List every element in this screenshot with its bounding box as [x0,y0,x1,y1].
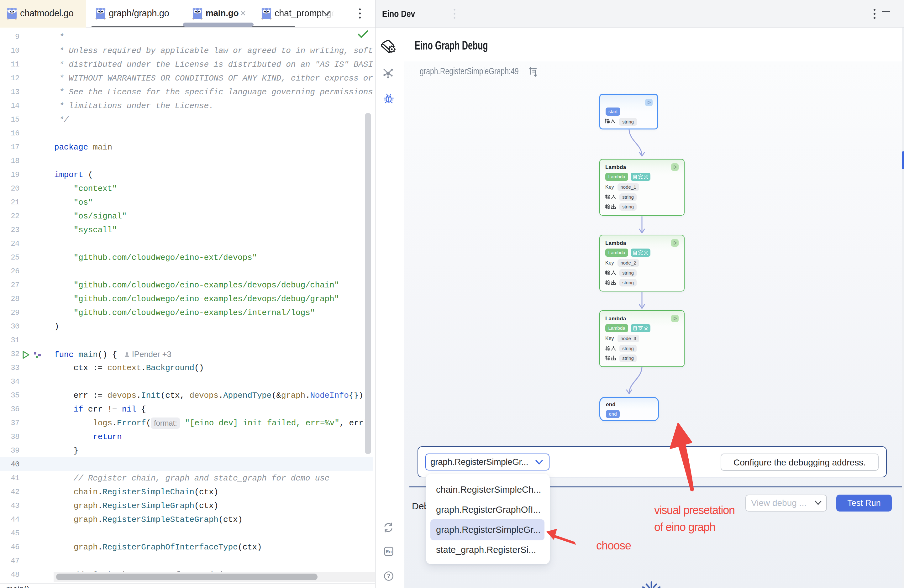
svg-text:choose: choose [596,539,631,552]
svg-text:visual presetation: visual presetation [654,504,735,517]
svg-text:of eino graph: of eino graph [654,521,716,533]
